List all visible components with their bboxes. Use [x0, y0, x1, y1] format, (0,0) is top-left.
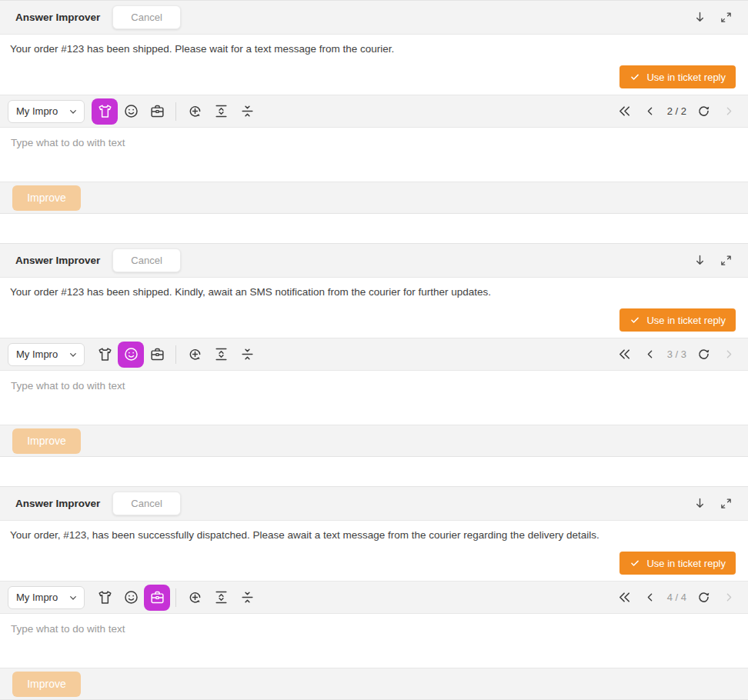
- rephrase-icon: [187, 589, 203, 605]
- chevron-right-icon: [723, 591, 736, 604]
- rephrase-button[interactable]: [182, 585, 208, 611]
- expand-window-button[interactable]: [716, 251, 736, 271]
- tone-professional-button[interactable]: [144, 98, 170, 125]
- prompt-input[interactable]: [0, 614, 748, 668]
- first-page-button[interactable]: [616, 589, 633, 606]
- shorten-text-button[interactable]: [234, 98, 260, 125]
- answer-area: Your order, #123, has been successfully …: [0, 521, 748, 581]
- rephrase-icon: [187, 103, 203, 119]
- improve-button[interactable]: Improve: [12, 185, 81, 211]
- double-chevron-left-icon: [616, 103, 633, 119]
- panel-header: Answer Improver Cancel: [0, 244, 748, 278]
- chevron-left-icon: [643, 105, 656, 118]
- cancel-button[interactable]: Cancel: [112, 5, 180, 29]
- first-page-button[interactable]: [616, 346, 633, 363]
- arrow-down-icon: [693, 253, 707, 268]
- panel-footer: Improve: [0, 668, 748, 699]
- expand-text-icon: [213, 346, 229, 362]
- insert-answer-button[interactable]: [690, 494, 710, 514]
- shorten-text-icon: [239, 103, 255, 119]
- improve-button[interactable]: Improve: [12, 428, 81, 454]
- regenerate-button[interactable]: [695, 346, 712, 363]
- answer-improver-panel: Answer Improver Cancel Your order #123 h…: [0, 0, 748, 214]
- panel-footer: Improve: [0, 425, 748, 456]
- preset-label: My Impro: [16, 592, 67, 603]
- expand-window-button[interactable]: [716, 494, 736, 514]
- tone-professional-button[interactable]: [144, 342, 170, 368]
- shorten-text-icon: [239, 589, 255, 605]
- chevron-right-icon: [723, 105, 736, 118]
- improve-button[interactable]: Improve: [12, 672, 81, 697]
- panel-footer: Improve: [0, 182, 748, 213]
- smiley-icon: [123, 589, 139, 605]
- smiley-icon: [123, 103, 139, 119]
- panel-header: Answer Improver Cancel: [0, 1, 748, 35]
- chevron-down-icon: [67, 592, 79, 604]
- briefcase-icon: [149, 589, 165, 605]
- double-chevron-left-icon: [616, 346, 633, 362]
- double-chevron-left-icon: [616, 589, 633, 605]
- expand-text-icon: [213, 589, 229, 605]
- preset-select[interactable]: My Impro: [8, 586, 85, 609]
- answer-improver-panel: Answer Improver Cancel Your order #123 h…: [0, 243, 748, 457]
- answer-area: Your order #123 has been shipped. Please…: [0, 35, 748, 95]
- shorten-text-button[interactable]: [234, 342, 260, 368]
- page-indicator: 3 / 3: [667, 348, 686, 360]
- expand-text-button[interactable]: [208, 342, 234, 368]
- shorten-text-button[interactable]: [234, 585, 260, 611]
- prompt-input[interactable]: [0, 128, 748, 182]
- prompt-area: [0, 371, 748, 425]
- rephrase-button[interactable]: [182, 98, 208, 125]
- tone-casual-button[interactable]: [92, 98, 118, 125]
- cancel-button[interactable]: Cancel: [112, 492, 180, 515]
- header-actions: [690, 251, 736, 271]
- chevron-left-icon: [643, 348, 656, 361]
- smiley-icon: [123, 346, 139, 362]
- answer-text: Your order #123 has been shipped. Kindly…: [0, 278, 748, 298]
- refresh-icon: [696, 347, 711, 362]
- cancel-button[interactable]: Cancel: [112, 248, 180, 272]
- expand-window-button[interactable]: [716, 8, 736, 28]
- chevron-down-icon: [67, 348, 79, 361]
- panel-header: Answer Improver Cancel: [0, 487, 748, 521]
- insert-answer-button[interactable]: [690, 8, 710, 28]
- chevron-down-icon: [67, 105, 79, 118]
- tone-friendly-button[interactable]: [118, 585, 144, 611]
- use-in-ticket-reply-button[interactable]: Use in ticket reply: [619, 65, 736, 88]
- regenerate-button[interactable]: [695, 103, 712, 120]
- use-in-ticket-reply-button[interactable]: Use in ticket reply: [619, 308, 736, 332]
- expand-text-button[interactable]: [208, 98, 234, 125]
- first-page-button[interactable]: [616, 103, 633, 120]
- briefcase-icon: [149, 346, 165, 362]
- answer-area: Your order #123 has been shipped. Kindly…: [0, 278, 748, 338]
- expand-text-button[interactable]: [208, 585, 234, 611]
- prev-page-button[interactable]: [642, 346, 659, 363]
- tone-casual-button[interactable]: [92, 342, 118, 368]
- answer-text: Your order #123 has been shipped. Please…: [0, 35, 748, 55]
- regenerate-button[interactable]: [695, 589, 712, 606]
- rephrase-icon: [187, 346, 203, 362]
- next-page-button[interactable]: [720, 589, 737, 606]
- next-page-button[interactable]: [720, 103, 737, 120]
- rephrase-button[interactable]: [182, 342, 208, 368]
- insert-answer-button[interactable]: [690, 251, 710, 271]
- preset-select[interactable]: My Impro: [8, 100, 85, 123]
- prev-page-button[interactable]: [642, 589, 659, 606]
- page-indicator: 4 / 4: [667, 592, 686, 603]
- use-in-ticket-reply-button[interactable]: Use in ticket reply: [619, 552, 736, 575]
- tone-casual-button[interactable]: [92, 585, 118, 611]
- preset-select[interactable]: My Impro: [8, 343, 85, 366]
- arrow-down-icon: [693, 10, 707, 25]
- tone-professional-button[interactable]: [144, 585, 170, 611]
- pagination: 3 / 3: [616, 346, 737, 363]
- pagination: 4 / 4: [616, 589, 737, 606]
- tone-friendly-button[interactable]: [118, 98, 144, 125]
- prompt-input[interactable]: [0, 371, 748, 425]
- refresh-icon: [696, 104, 711, 118]
- next-page-button[interactable]: [720, 346, 737, 363]
- briefcase-icon: [149, 103, 165, 119]
- prev-page-button[interactable]: [642, 103, 659, 120]
- toolbar-divider: [175, 588, 176, 607]
- toolbar-divider: [175, 102, 176, 121]
- tone-friendly-button[interactable]: [118, 342, 144, 368]
